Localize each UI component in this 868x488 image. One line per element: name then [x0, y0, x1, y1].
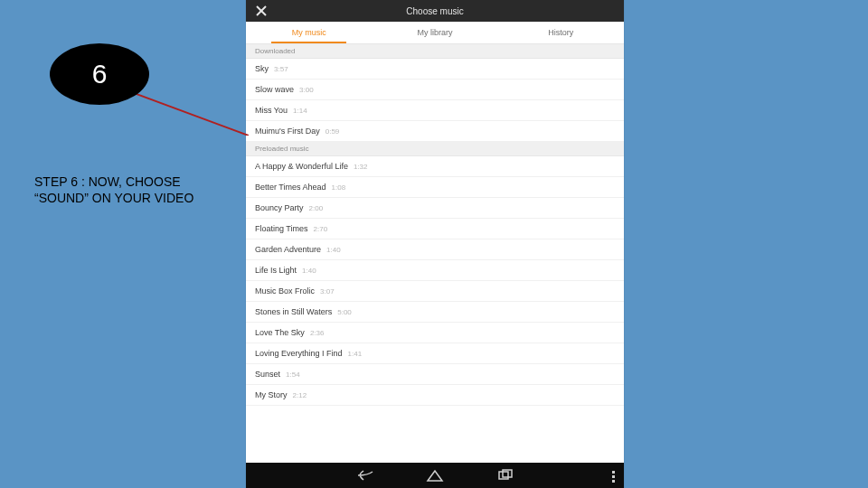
song-duration: 1:40 — [302, 267, 316, 275]
close-icon[interactable] — [253, 3, 269, 19]
list-item[interactable]: Slow wave3:00 — [246, 80, 624, 100]
list-item[interactable]: Muimu's First Day0:59 — [246, 121, 624, 142]
list-item[interactable]: Sky3:57 — [246, 59, 624, 80]
tab-label: History — [548, 28, 573, 37]
app-title: Choose music — [406, 6, 463, 16]
song-duration: 1:32 — [354, 163, 368, 171]
song-duration: 1:14 — [293, 107, 307, 115]
phone-screenshot: Choose music My music My library History… — [246, 0, 624, 488]
song-title: Garden Adventure — [255, 245, 321, 254]
song-title: Love The Sky — [255, 328, 305, 337]
song-title: Music Box Frolic — [255, 286, 315, 296]
list-item[interactable]: Floating Times2:70 — [246, 219, 624, 239]
song-duration: 1:41 — [348, 350, 363, 358]
svg-rect-3 — [499, 472, 508, 479]
song-title: Life Is Light — [255, 266, 297, 275]
list-item[interactable]: Stones in Still Waters5:00 — [246, 302, 624, 323]
list-item[interactable]: Loving Everything I Find1:41 — [246, 343, 624, 364]
song-duration: 2:36 — [310, 329, 325, 337]
song-title: My Story — [255, 390, 288, 399]
step-number-badge: 6 — [50, 43, 149, 105]
step-number: 6 — [92, 59, 108, 89]
svg-line-0 — [127, 90, 249, 136]
tab-label: My music — [292, 28, 326, 37]
app-titlebar: Choose music — [246, 0, 624, 22]
song-duration: 1:08 — [332, 183, 346, 192]
song-duration: 5:00 — [337, 308, 352, 316]
song-title: Loving Everything I Find — [255, 349, 343, 358]
tab-my-library[interactable]: My library — [372, 22, 497, 43]
section-header-preloaded: Preloaded music — [246, 142, 624, 156]
tab-bar: My music My library History — [246, 22, 624, 44]
connector-line — [127, 90, 249, 136]
home-icon[interactable] — [425, 468, 445, 483]
list-item[interactable]: Music Box Frolic3:07 — [246, 281, 624, 302]
song-duration: 2:70 — [314, 225, 328, 233]
song-duration: 2:00 — [309, 204, 324, 212]
music-list: Downloaded Sky3:57 Slow wave3:00 Miss Yo… — [246, 44, 624, 463]
list-item[interactable]: Life Is Light1:40 — [246, 260, 624, 281]
overflow-icon[interactable] — [612, 471, 615, 483]
song-title: Stones in Still Waters — [255, 307, 332, 316]
svg-rect-4 — [503, 470, 512, 477]
song-title: Bouncy Party — [255, 203, 304, 212]
list-item[interactable]: Bouncy Party2:00 — [246, 198, 624, 219]
song-title: Miss You — [255, 106, 288, 115]
song-title: Muimu's First Day — [255, 127, 320, 136]
song-title: Better Times Ahead — [255, 183, 326, 192]
step-caption: STEP 6 : NOW, CHOOSE “SOUND” ON YOUR VID… — [34, 174, 224, 206]
song-duration: 3:00 — [299, 86, 314, 94]
song-title: A Happy & Wonderful Life — [255, 162, 348, 171]
list-item[interactable]: A Happy & Wonderful Life1:32 — [246, 156, 624, 177]
list-item[interactable]: My Story2:12 — [246, 385, 624, 406]
list-item[interactable]: Miss You1:14 — [246, 100, 624, 121]
song-duration: 2:12 — [293, 391, 307, 399]
song-duration: 1:40 — [326, 246, 341, 254]
list-item[interactable]: Sunset1:54 — [246, 364, 624, 385]
song-duration: 3:07 — [320, 287, 335, 296]
song-duration: 0:59 — [326, 127, 340, 136]
section-header-downloaded: Downloaded — [246, 44, 624, 59]
tab-history[interactable]: History — [498, 22, 624, 43]
song-title: Slow wave — [255, 85, 294, 94]
tutorial-slide: 6 STEP 6 : NOW, CHOOSE “SOUND” ON YOUR V… — [0, 0, 868, 488]
list-item[interactable]: Love The Sky2:36 — [246, 323, 624, 343]
android-navbar — [246, 463, 624, 488]
tab-my-music[interactable]: My music — [246, 22, 372, 43]
song-duration: 1:54 — [286, 371, 300, 379]
song-duration: 3:57 — [274, 65, 288, 73]
recents-icon[interactable] — [495, 468, 515, 483]
back-icon[interactable] — [354, 468, 374, 483]
list-item[interactable]: Garden Adventure1:40 — [246, 239, 624, 260]
list-item[interactable]: Better Times Ahead1:08 — [246, 177, 624, 198]
song-title: Sunset — [255, 370, 280, 379]
tab-label: My library — [417, 28, 452, 37]
song-title: Sky — [255, 64, 269, 73]
song-title: Floating Times — [255, 224, 308, 233]
